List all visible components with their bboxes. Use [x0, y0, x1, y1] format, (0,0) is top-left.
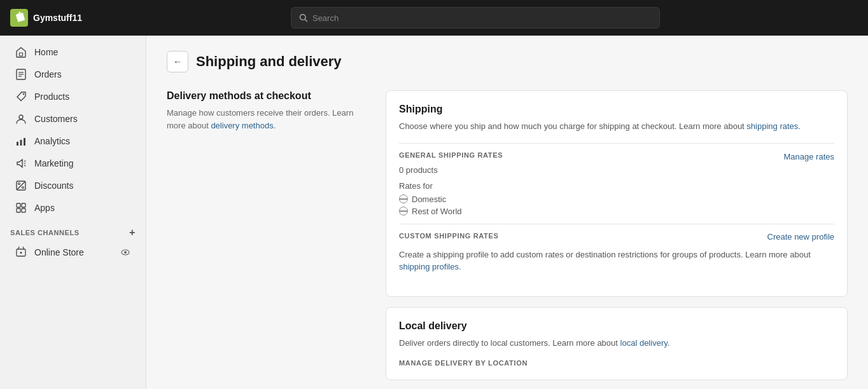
- home-icon: [15, 46, 27, 58]
- search-input[interactable]: [312, 13, 652, 23]
- sidebar-item-orders[interactable]: Orders: [5, 64, 141, 85]
- discount-icon: [15, 180, 27, 191]
- delivery-methods-panel: Delivery methods at checkout Manage how …: [167, 90, 370, 380]
- shipping-card-title: Shipping: [399, 104, 834, 115]
- right-panel: Shipping Choose where you ship and how m…: [386, 90, 848, 380]
- sidebar-item-apps[interactable]: Apps: [5, 197, 141, 219]
- svg-rect-3: [20, 53, 23, 56]
- svg-rect-12: [24, 138, 25, 146]
- sidebar-item-customers[interactable]: Customers: [5, 108, 141, 130]
- custom-shipping-label: CUSTOM SHIPPING RATES: [399, 232, 498, 240]
- manage-rates-link[interactable]: Manage rates: [784, 152, 835, 161]
- layout: Home Orders Products Cu: [0, 36, 868, 389]
- svg-point-17: [22, 187, 24, 189]
- svg-line-15: [24, 165, 25, 166]
- rate-domestic-label: Domestic: [412, 194, 446, 204]
- custom-shipping-header: CUSTOM SHIPPING RATES Create new profile: [399, 232, 834, 243]
- svg-rect-10: [17, 142, 18, 146]
- main-content: ← Shipping and delivery Delivery methods…: [146, 36, 868, 389]
- page-header: ← Shipping and delivery: [167, 51, 848, 72]
- rate-rest-of-world-label: Rest of World: [412, 207, 462, 216]
- shopify-logo: [10, 9, 28, 27]
- search-icon: [299, 13, 307, 22]
- sidebar-item-discounts[interactable]: Discounts: [5, 175, 141, 196]
- orders-icon: [15, 69, 27, 80]
- local-delivery-link[interactable]: local delivery.: [620, 338, 670, 348]
- back-button[interactable]: ←: [167, 51, 188, 72]
- svg-point-16: [18, 183, 20, 185]
- sidebar-item-products-label: Products: [34, 92, 69, 102]
- shipping-rates-link[interactable]: shipping rates.: [746, 121, 801, 131]
- sidebar-item-discounts-label: Discounts: [34, 181, 73, 191]
- delivery-methods-link[interactable]: delivery methods.: [211, 121, 276, 130]
- svg-point-27: [124, 251, 127, 254]
- brand-name: Gymstuff11: [33, 13, 82, 23]
- svg-rect-11: [20, 140, 22, 146]
- product-count: 0 products: [399, 165, 438, 175]
- svg-rect-23: [22, 208, 25, 212]
- tag-icon: [15, 91, 27, 102]
- rates-for-label: Rates for: [399, 181, 834, 191]
- sidebar-item-online-store[interactable]: Online Store: [5, 242, 141, 263]
- brand: Gymstuff11: [10, 9, 82, 27]
- svg-line-2: [305, 19, 307, 21]
- svg-rect-21: [22, 203, 25, 207]
- globe-world-icon: [399, 207, 408, 215]
- svg-point-25: [20, 252, 22, 254]
- add-sales-channel-button[interactable]: +: [129, 227, 136, 238]
- online-store-label: Online Store: [34, 247, 84, 257]
- product-count-row: 0 products: [399, 165, 834, 175]
- local-delivery-title: Local delivery: [399, 320, 834, 332]
- search-bar[interactable]: [291, 7, 660, 29]
- svg-line-13: [24, 161, 25, 161]
- online-store-icon: [15, 247, 27, 258]
- rate-domestic: Domestic: [399, 194, 834, 204]
- sales-channels-section: SALES CHANNELS +: [0, 219, 146, 241]
- custom-shipping-desc: Create a shipping profile to add custom …: [399, 249, 834, 273]
- sidebar-item-orders-label: Orders: [34, 69, 62, 79]
- shipping-card-desc: Choose where you ship and how much you c…: [399, 120, 834, 133]
- chart-icon: [15, 135, 27, 147]
- sidebar: Home Orders Products Cu: [0, 36, 146, 389]
- sidebar-item-home-label: Home: [34, 47, 58, 57]
- megaphone-icon: [15, 158, 27, 169]
- delivery-methods-heading: Delivery methods at checkout: [167, 90, 365, 102]
- local-delivery-card: Local delivery Deliver orders directly t…: [386, 307, 848, 381]
- shipping-card: Shipping Choose where you ship and how m…: [386, 90, 848, 297]
- page-title: Shipping and delivery: [196, 53, 342, 70]
- sidebar-item-apps-label: Apps: [34, 203, 55, 213]
- rates-for-section: Rates for Domestic Rest of World: [399, 181, 834, 216]
- rate-rest-of-world: Rest of World: [399, 207, 834, 216]
- general-shipping-rates-row: GENERAL SHIPPING RATES Manage rates: [399, 151, 834, 163]
- person-icon: [15, 113, 27, 125]
- manage-delivery-label: MANAGE DELIVERY BY LOCATION: [399, 359, 834, 367]
- local-delivery-desc: Deliver orders directly to local custome…: [399, 337, 834, 350]
- shipping-profiles-link[interactable]: shipping profiles.: [399, 262, 461, 271]
- svg-point-8: [23, 93, 24, 95]
- sidebar-item-products[interactable]: Products: [5, 86, 141, 107]
- sidebar-item-marketing[interactable]: Marketing: [5, 153, 141, 174]
- sidebar-item-analytics[interactable]: Analytics: [5, 130, 141, 152]
- svg-rect-22: [17, 208, 20, 212]
- svg-rect-20: [17, 203, 20, 207]
- eye-icon: [120, 247, 130, 257]
- sidebar-item-marketing-label: Marketing: [34, 158, 73, 168]
- globe-domestic-icon: [399, 194, 408, 203]
- sidebar-item-home[interactable]: Home: [5, 41, 141, 63]
- delivery-methods-desc: Manage how customers receive their order…: [167, 107, 365, 132]
- content-grid: Delivery methods at checkout Manage how …: [167, 90, 848, 380]
- create-new-profile-link[interactable]: Create new profile: [767, 232, 835, 242]
- svg-point-9: [19, 115, 23, 119]
- topbar: Gymstuff11: [0, 0, 868, 36]
- general-shipping-label: GENERAL SHIPPING RATES: [399, 151, 503, 159]
- sidebar-item-customers-label: Customers: [34, 114, 78, 124]
- apps-icon: [15, 202, 27, 214]
- sidebar-item-analytics-label: Analytics: [34, 136, 70, 146]
